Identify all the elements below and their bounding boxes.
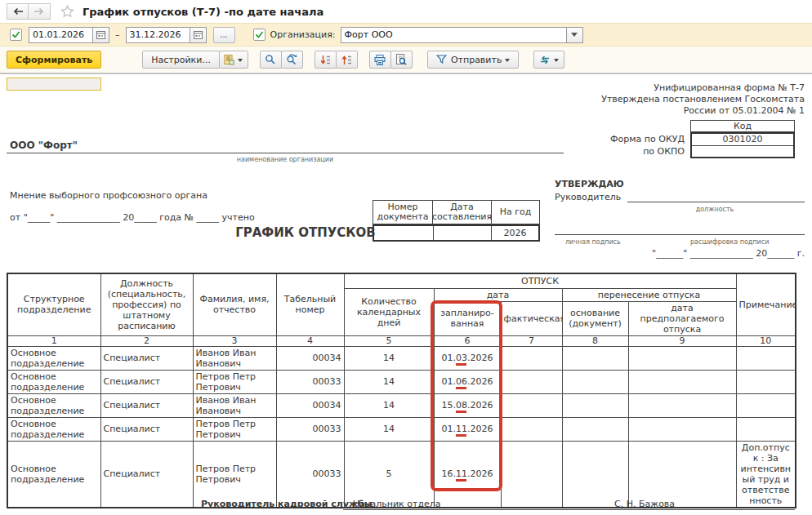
position-cell[interactable]: Специалист (100, 417, 193, 441)
period-checkbox[interactable] (10, 29, 22, 41)
dept-cell[interactable]: Основное подразделение (7, 441, 100, 508)
tab-number-cell[interactable]: 00033 (276, 417, 344, 441)
date-to-field (126, 27, 207, 43)
days-cell[interactable]: 14 (344, 370, 434, 393)
org-dropdown-button[interactable] (566, 27, 583, 43)
reason-cell[interactable] (562, 346, 628, 370)
col-number: 10 (736, 335, 796, 346)
header-date: дата (434, 288, 562, 301)
find-next-button[interactable] (281, 51, 303, 69)
position-cell[interactable]: Специалист (100, 393, 193, 417)
actual-date-cell[interactable] (501, 370, 562, 393)
reason-cell[interactable] (562, 417, 628, 441)
generate-button[interactable]: Сформировать (7, 51, 101, 69)
forward-button[interactable] (29, 3, 51, 20)
calendar-icon (96, 30, 105, 39)
days-cell[interactable]: 14 (344, 346, 434, 370)
note-cell[interactable] (736, 417, 796, 441)
dept-cell[interactable]: Основное подразделение (7, 370, 100, 393)
favorite-star-icon[interactable] (60, 5, 74, 18)
report-variants-button[interactable] (219, 51, 248, 69)
planned-date-cell[interactable]: 15.08.2026 (434, 393, 501, 417)
note-cell[interactable]: Доп.отпуск : За интенсивный труд и ответ… (736, 441, 796, 508)
planned-date-cell[interactable]: 16.11.2026 (434, 441, 501, 508)
tab-number-cell[interactable]: 00033 (276, 441, 344, 508)
dept-cell[interactable]: Основное подразделение (7, 346, 100, 370)
name-cell[interactable]: Петров Петр Петрович (193, 441, 276, 508)
doc-date-header: Дата составления (433, 200, 492, 224)
date-to-calendar-button[interactable] (190, 27, 207, 43)
days-cell[interactable]: 14 (344, 417, 434, 441)
search-next-icon (286, 54, 298, 65)
send-button[interactable]: Отправить (427, 51, 520, 69)
days-cell[interactable]: 5 (344, 441, 434, 508)
tab-number-cell[interactable]: 00034 (276, 346, 344, 370)
name-cell[interactable]: Иванов Иван Иванович (193, 346, 276, 370)
header-reason: основание (документ) (562, 301, 628, 335)
name-cell[interactable]: Иванов Иван Иванович (193, 393, 276, 417)
actual-date-cell[interactable] (501, 441, 562, 508)
okud-value-cell[interactable]: 0301020 (692, 134, 793, 145)
doc-year-value[interactable]: 2026 (491, 226, 538, 240)
hr-head-name[interactable]: С. Н. Бажова (614, 499, 675, 509)
period-more-button[interactable]: ... (213, 27, 235, 43)
proposed-date-cell[interactable] (628, 441, 736, 508)
tab-number-cell[interactable]: 00034 (276, 393, 344, 417)
unified-form-line: России от 05.01.2004 № 1 (601, 105, 805, 117)
reason-cell[interactable] (562, 370, 628, 393)
proposed-date-cell[interactable] (628, 393, 736, 417)
note-cell[interactable] (736, 370, 796, 393)
col-number: 2 (100, 335, 193, 346)
table-row: Основное подразделение Специалист Петров… (7, 370, 796, 393)
date-from-input[interactable] (29, 27, 92, 43)
print-preview-button[interactable] (390, 51, 413, 69)
note-cell[interactable] (736, 393, 796, 417)
actual-date-cell[interactable] (501, 393, 562, 417)
doc-date-value[interactable] (433, 226, 491, 240)
note-cell[interactable] (736, 346, 796, 370)
search-icon (265, 54, 276, 65)
org-checkbox[interactable] (253, 29, 265, 41)
planned-date-cell[interactable]: 01.11.2026 (434, 417, 501, 441)
reason-cell[interactable] (562, 441, 628, 508)
position-cell[interactable]: Специалист (100, 346, 193, 370)
reason-cell[interactable] (562, 393, 628, 417)
actual-date-cell[interactable] (501, 346, 562, 370)
okpo-value-cell[interactable] (692, 145, 793, 157)
org-input[interactable] (341, 27, 566, 43)
back-button[interactable] (7, 3, 29, 20)
report-sheet: Унифицированная форма № Т-7 Утверждена п… (0, 73, 812, 515)
date-month-underlined: 06 (456, 376, 467, 387)
dept-cell[interactable]: Основное подразделение (7, 417, 100, 441)
dept-cell[interactable]: Основное подразделение (7, 393, 100, 417)
proposed-date-cell[interactable] (628, 417, 736, 441)
refresh-exchange-button[interactable] (533, 51, 564, 69)
selected-cell-indicator[interactable] (7, 78, 101, 91)
name-cell[interactable]: Петров Петр Петрович (193, 370, 276, 393)
hr-head-position[interactable]: Начальник отдела (353, 499, 441, 509)
position-cell[interactable]: Специалист (100, 370, 193, 393)
days-cell[interactable]: 14 (344, 393, 434, 417)
proposed-date-cell[interactable] (628, 370, 736, 393)
position-cell[interactable]: Специалист (100, 441, 193, 508)
date-from-field (29, 27, 109, 43)
settings-button[interactable]: Настройки... (142, 51, 220, 69)
planned-date-cell[interactable]: 01.03.2026 (434, 346, 501, 370)
planned-date-cell[interactable]: 01.06.2026 (434, 370, 501, 393)
proposed-date-cell[interactable] (628, 346, 736, 370)
actual-date-cell[interactable] (501, 417, 562, 441)
table-row: Основное подразделение Специалист Иванов… (7, 393, 796, 417)
date-from-calendar-button[interactable] (92, 27, 109, 43)
date-to-input[interactable] (126, 27, 190, 43)
print-button[interactable] (369, 51, 391, 69)
name-cell[interactable]: Петров Петр Петрович (193, 417, 276, 441)
doc-number-value[interactable] (374, 226, 433, 240)
dropdown-caret-icon (554, 59, 559, 64)
collapse-groups-button[interactable] (336, 51, 358, 69)
tab-number-cell[interactable]: 00033 (276, 370, 344, 393)
table-row: Основное подразделение Специалист Иванов… (7, 346, 796, 370)
document-title: ГРАФИК ОТПУСКОВ (234, 225, 377, 240)
find-button[interactable] (260, 51, 282, 69)
date-year: .2026 (467, 400, 493, 411)
expand-groups-button[interactable] (315, 51, 337, 69)
